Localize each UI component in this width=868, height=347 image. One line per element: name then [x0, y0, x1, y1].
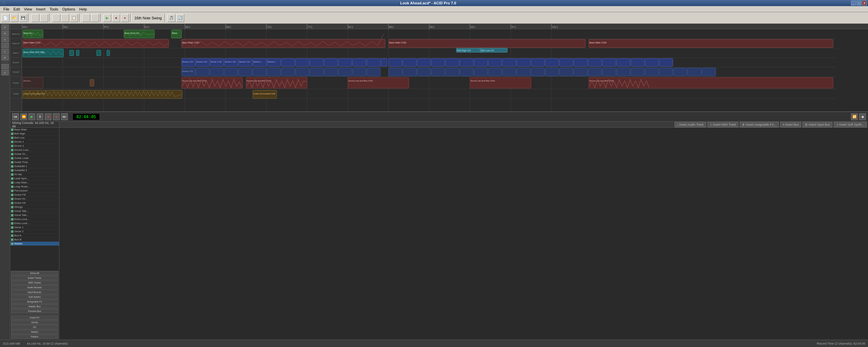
tracks-canvas[interactable]: Bass Eu Bass Euro-Sn... Bass Bass Main C… [22, 29, 868, 111]
paste-button[interactable]: 📋 [70, 14, 78, 22]
rewind-button[interactable]: ⏮ [12, 113, 19, 120]
copy-button[interactable]: ⊕ [61, 14, 69, 22]
fast-rewind-button[interactable]: ⏪ [20, 113, 27, 120]
save-button[interactable]: 💾 [19, 14, 27, 22]
stop-button[interactable]: ■ [112, 14, 120, 22]
midi-tracks-button[interactable]: MIDI Tracks [11, 280, 58, 285]
track-list-item-1[interactable]: ✓Bell High [10, 132, 59, 136]
track-list-item-20[interactable]: ✓Vocal Talk... [10, 209, 59, 213]
show-all-button[interactable]: Show All [11, 271, 58, 275]
track-list-item-4[interactable]: ✓Drone 2 [10, 144, 59, 148]
minimize-button[interactable]: _ [851, 1, 856, 5]
track-list-item-27[interactable]: ✓Bus B [10, 238, 59, 242]
tracks-svg: Bass Eu Bass Euro-Sn... Bass Bass Main C… [22, 29, 836, 111]
insert-bus-button[interactable]: ≡ Insert Bus [780, 122, 801, 127]
insert-midi-track-button[interactable]: ♫ Insert MIDI Track [707, 122, 739, 127]
track-icon-7[interactable]: ↑ [1, 64, 9, 69]
track-list-item-28[interactable]: ✓Master [10, 242, 59, 246]
assignable-fx-button[interactable]: Assignable FX [11, 299, 58, 304]
new-button[interactable]: 📄 [1, 14, 10, 22]
redo-button[interactable]: ↪ [40, 14, 48, 22]
track-list-item-17[interactable]: ✓Snare Hi... [10, 197, 59, 201]
track-list-item-21[interactable]: ✓Vocal Talk... [10, 213, 59, 217]
master-bus-button[interactable]: Master Bus [11, 304, 58, 309]
track-list-item-3[interactable]: ✓Drone 1 [10, 140, 59, 144]
track-list-item-12[interactable]: ✓Lead Synt... [10, 177, 59, 181]
pause-button[interactable]: ⏸ [37, 113, 43, 120]
mix-track-list[interactable]: ✓Bass Main✓Bell High✓Bell Low✓Drone 1✓Dr… [10, 128, 59, 270]
loop-button[interactable]: 🔄 [176, 14, 184, 22]
punch-button[interactable]: ◉ [859, 113, 866, 120]
insert-fx-button[interactable]: Insert FX [11, 315, 58, 320]
preview-bus-button[interactable]: Preview Bus [11, 309, 58, 313]
undo-button[interactable]: ↩ [31, 14, 39, 22]
menu-insert[interactable]: Insert [34, 7, 48, 12]
select-button[interactable]: ↖ [91, 14, 99, 22]
track-list-item-18[interactable]: ✓Snare Hit [10, 201, 59, 205]
sends-button[interactable]: Sends [11, 320, 58, 325]
track-list-item-24[interactable]: ✓Verse 1 [10, 225, 59, 230]
track-list-item-9[interactable]: ✓GuitarBit 1 [10, 164, 59, 168]
io-button[interactable]: I/O [11, 325, 58, 329]
middle-section: A M S ♩ ≡ ▼ ↑ A 49:1 [0, 24, 868, 340]
track-icon-6[interactable]: ▼ [1, 55, 9, 60]
track-list-item-13[interactable]: ✓Loop Main... [10, 181, 59, 185]
audio-tracks-button[interactable]: Audio Tracks [11, 276, 58, 280]
insert-assignable-fx-button[interactable]: ⊕ Insert Assignable FX... [740, 122, 779, 127]
track-list-item-25[interactable]: ✓Verse 2 [10, 230, 59, 234]
track-list-item-16[interactable]: ✓Snare Fill [10, 193, 59, 197]
track-list-item-15[interactable]: ✓Percussion [10, 189, 59, 193]
track-list-label-1: Bell High [14, 132, 25, 135]
input-busses-button[interactable]: Input Busses [11, 290, 58, 294]
menu-edit[interactable]: Edit [12, 7, 22, 12]
track-list-item-14[interactable]: ✓Loop Rude... [10, 185, 59, 189]
record-transport-button[interactable]: ● [53, 113, 60, 120]
faders-button[interactable]: Faders [11, 334, 58, 339]
track-icon-1[interactable]: A [1, 24, 9, 30]
svg-rect-147 [617, 68, 630, 76]
track-list-item-22[interactable]: ✓Extra Look... [10, 217, 59, 221]
track-list-item-8[interactable]: ✓Guitar Pow. [10, 160, 59, 164]
fast-forward-button[interactable]: ⏭ [61, 113, 68, 120]
track-icon-3[interactable]: S [1, 37, 9, 42]
maximize-button[interactable]: □ [856, 1, 861, 5]
track-icon-5[interactable]: ≡ [1, 49, 9, 54]
stop-transport-button[interactable]: ■ [45, 113, 52, 120]
track-list-item-23[interactable]: ✓Extra Look... [10, 221, 59, 225]
insert-soft-synth-button[interactable]: ♬ Insert Soft Synth... [834, 122, 867, 127]
cut-button[interactable]: ✂ [52, 14, 60, 22]
track-list-item-11[interactable]: ✓Hi Hat [10, 172, 59, 177]
audio-busses-button[interactable]: Audio Busses [11, 285, 58, 290]
insert-audio-track-button[interactable]: ♪ Insert Audio Track [675, 122, 706, 127]
mix-channels-wrapper[interactable] [59, 128, 868, 340]
window-controls[interactable]: _ □ ✕ [851, 1, 867, 5]
play-button[interactable]: ▶ [103, 14, 111, 22]
menu-view[interactable]: View [22, 7, 34, 12]
track-icon-4[interactable]: ♩ [1, 43, 9, 48]
loop-set-button[interactable]: 🔁 [851, 113, 858, 120]
meters-button[interactable]: Meters [11, 330, 58, 334]
track-list-item-6[interactable]: ✓Guitar Dr... [10, 152, 59, 156]
track-list-item-0[interactable]: ✓Bass Main [10, 128, 59, 132]
menu-options[interactable]: Options [60, 7, 77, 12]
track-list-item-26[interactable]: ✓Bus A [10, 234, 59, 238]
track-icon-2[interactable]: M [1, 31, 9, 36]
close-button[interactable]: ✕ [862, 1, 867, 5]
play-transport-button[interactable]: ▶ [29, 113, 35, 120]
track-icon-8[interactable]: A [1, 70, 9, 75]
track-list-item-5[interactable]: ✓Drums Low... [10, 148, 59, 152]
track-list-item-7[interactable]: ✓Guitar Lead [10, 156, 59, 160]
svg-text:Drone 1 CG: Drone 1 CG [211, 61, 222, 63]
insert-input-bus-button[interactable]: ⊞ Insert Input Bus [803, 122, 832, 127]
open-button[interactable]: 📂 [10, 14, 18, 22]
track-list-item-19[interactable]: ✓Strings [10, 205, 59, 209]
menu-file[interactable]: File [1, 7, 12, 12]
draw-button[interactable]: ✏ [82, 14, 90, 22]
metronome-button[interactable]: 🎵 [167, 14, 175, 22]
record-button[interactable]: ● [121, 14, 129, 22]
track-list-item-10[interactable]: ✓GuitarBit 3 [10, 168, 59, 172]
menu-tools[interactable]: Tools [48, 7, 60, 12]
menu-help[interactable]: Help [77, 7, 89, 12]
track-list-item-2[interactable]: ✓Bell Low [10, 136, 59, 140]
soft-synths-button[interactable]: Soft Synths [11, 295, 58, 299]
